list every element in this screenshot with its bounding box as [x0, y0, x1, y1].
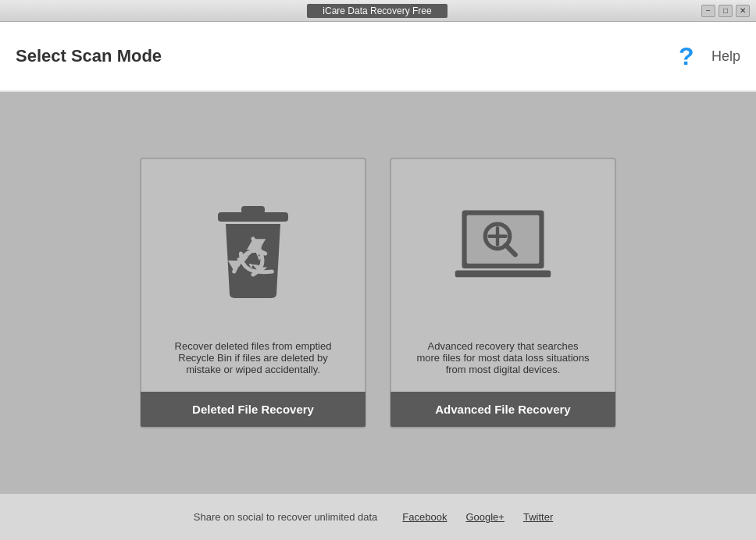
close-button[interactable]: ✕: [736, 5, 750, 17]
laptop-search-icon: [448, 189, 558, 317]
deleted-file-recovery-description: Recover deleted files from emptied Recyc…: [157, 331, 349, 385]
advanced-file-recovery-button[interactable]: Advanced File Recovery: [390, 392, 615, 427]
help-section[interactable]: ? Help: [679, 42, 740, 70]
restore-button[interactable]: □: [719, 5, 733, 17]
page-title: Select Scan Mode: [16, 46, 162, 66]
svg-point-2: [248, 254, 259, 265]
facebook-link[interactable]: Facebook: [402, 511, 447, 523]
recycle-bin-icon: [198, 189, 308, 317]
googleplus-link[interactable]: Google+: [465, 511, 505, 523]
laptop-search-icon-area: [407, 175, 599, 331]
twitter-link[interactable]: Twitter: [523, 511, 553, 523]
advanced-file-recovery-description: Advanced recovery that searches more fil…: [407, 331, 599, 385]
deleted-file-recovery-button[interactable]: Deleted File Recovery: [141, 392, 366, 427]
recycle-bin-icon-area: [157, 175, 349, 331]
svg-rect-1: [241, 206, 265, 214]
title-bar: iCare Data Recovery Free − □ ✕: [0, 0, 756, 22]
svg-rect-5: [455, 270, 551, 277]
main-content: Recover deleted files from emptied Recyc…: [0, 92, 756, 493]
help-icon: ?: [679, 42, 707, 70]
advanced-file-recovery-card[interactable]: Advanced recovery that searches more fil…: [390, 158, 616, 428]
help-label: Help: [711, 48, 740, 65]
minimize-button[interactable]: −: [701, 5, 715, 17]
footer-share-text: Share on social to recover unlimited dat…: [194, 511, 378, 523]
window-controls: − □ ✕: [701, 5, 750, 17]
app-title: iCare Data Recovery Free: [307, 4, 447, 18]
header: Select Scan Mode ? Help: [0, 22, 756, 92]
svg-rect-4: [467, 215, 540, 263]
footer: Share on social to recover unlimited dat…: [0, 493, 756, 540]
deleted-file-recovery-card[interactable]: Recover deleted files from emptied Recyc…: [140, 158, 366, 428]
